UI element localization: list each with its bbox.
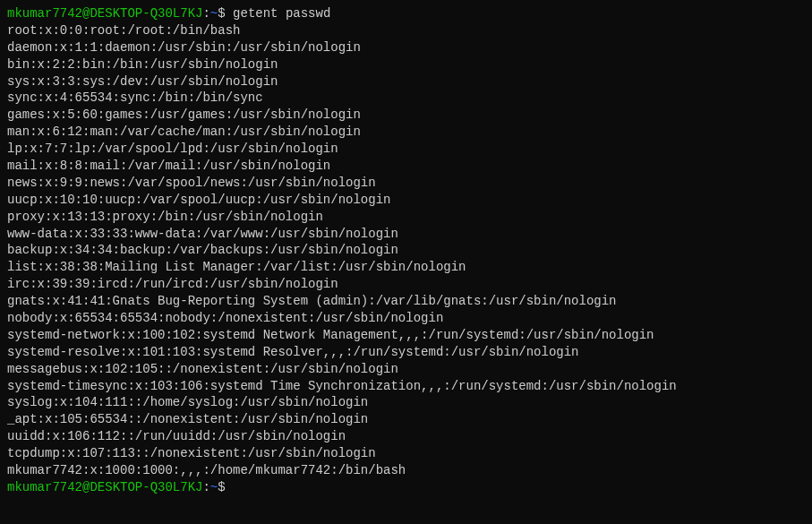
prompt-colon: : [202, 480, 209, 494]
output-line: www-data:x:33:33:www-data:/var/www:/usr/… [7, 226, 805, 243]
output-line: tcpdump:x:107:113::/nonexistent:/usr/sbi… [7, 445, 805, 462]
command-output: root:x:0:0:root:/root:/bin/bashdaemon:x:… [7, 22, 805, 479]
output-line: backup:x:34:34:backup:/var/backups:/usr/… [7, 242, 805, 259]
output-line: games:x:5:60:games:/usr/games:/usr/sbin/… [7, 107, 805, 124]
output-line: systemd-resolve:x:101:103:systemd Resolv… [7, 344, 805, 361]
prompt-path: ~ [210, 6, 218, 21]
output-line: _apt:x:105:65534::/nonexistent:/usr/sbin… [7, 411, 805, 428]
prompt-line-1: mkumar7742@DESKTOP-Q30L7KJ:~$ getent pas… [7, 5, 805, 22]
output-line: bin:x:2:2:bin:/bin:/usr/sbin/nologin [7, 56, 805, 73]
output-line: nobody:x:65534:65534:nobody:/nonexistent… [7, 310, 805, 327]
output-line: syslog:x:104:111::/home/syslog:/usr/sbin… [7, 394, 805, 411]
output-line: gnats:x:41:41:Gnats Bug-Reporting System… [7, 293, 805, 310]
output-line: man:x:6:12:man:/var/cache/man:/usr/sbin/… [7, 124, 805, 141]
prompt-host: DESKTOP-Q30L7KJ [90, 6, 202, 21]
prompt-host: DESKTOP-Q30L7KJ [90, 480, 202, 494]
output-line: root:x:0:0:root:/root:/bin/bash [7, 22, 805, 39]
output-line: mkumar7742:x:1000:1000:,,,:/home/mkumar7… [7, 462, 805, 479]
output-line: systemd-timesync:x:103:106:systemd Time … [7, 378, 805, 395]
output-line: mail:x:8:8:mail:/var/mail:/usr/sbin/nolo… [7, 158, 805, 175]
prompt-path: ~ [210, 480, 218, 494]
output-line: daemon:x:1:1:daemon:/usr/sbin:/usr/sbin/… [7, 39, 805, 56]
prompt-colon: : [202, 6, 209, 21]
output-line: messagebus:x:102:105::/nonexistent:/usr/… [7, 361, 805, 378]
output-line: irc:x:39:39:ircd:/run/ircd:/usr/sbin/nol… [7, 276, 805, 293]
output-line: uucp:x:10:10:uucp:/var/spool/uucp:/usr/s… [7, 192, 805, 209]
output-line: systemd-network:x:100:102:systemd Networ… [7, 327, 805, 344]
output-line: sys:x:3:3:sys:/dev:/usr/sbin/nologin [7, 73, 805, 90]
output-line: lp:x:7:7:lp:/var/spool/lpd:/usr/sbin/nol… [7, 141, 805, 158]
output-line: list:x:38:38:Mailing List Manager:/var/l… [7, 259, 805, 276]
prompt-line-2[interactable]: mkumar7742@DESKTOP-Q30L7KJ:~$ [7, 479, 805, 496]
prompt-symbol: $ [218, 6, 225, 21]
command-text: getent passwd [233, 6, 330, 21]
output-line: news:x:9:9:news:/var/spool/news:/usr/sbi… [7, 175, 805, 192]
output-line: uuidd:x:106:112::/run/uuidd:/usr/sbin/no… [7, 428, 805, 445]
prompt-symbol: $ [218, 480, 225, 494]
prompt-user: mkumar7742 [7, 6, 82, 21]
output-line: sync:x:4:65534:sync:/bin:/bin/sync [7, 90, 805, 107]
output-line: proxy:x:13:13:proxy:/bin:/usr/sbin/nolog… [7, 209, 805, 226]
prompt-user: mkumar7742 [7, 480, 82, 494]
